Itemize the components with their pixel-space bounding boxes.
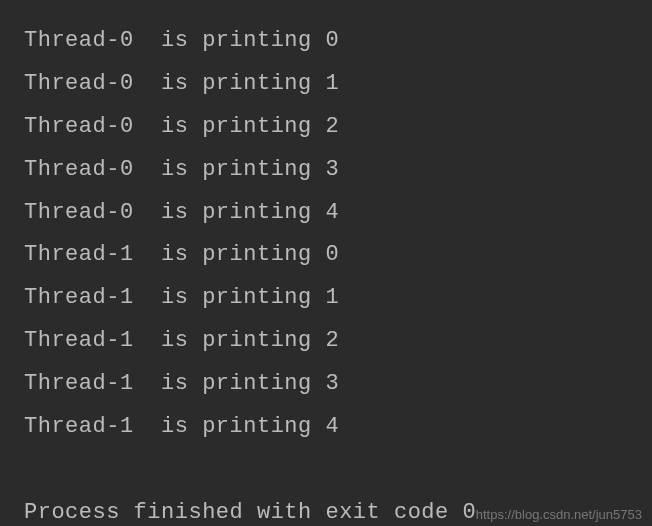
console-output: Thread-0 is printing 0 Thread-0 is print…: [24, 20, 628, 526]
output-line: Thread-1 is printing 4: [24, 406, 628, 449]
watermark: https://blog.csdn.net/jun5753: [476, 507, 642, 522]
output-line: Thread-1 is printing 3: [24, 363, 628, 406]
output-line: Thread-0 is printing 3: [24, 149, 628, 192]
blank-line: [24, 449, 628, 492]
output-line: Thread-0 is printing 1: [24, 63, 628, 106]
output-line: Thread-1 is printing 0: [24, 234, 628, 277]
output-line: Thread-0 is printing 0: [24, 20, 628, 63]
output-line: Thread-1 is printing 1: [24, 277, 628, 320]
output-line: Thread-0 is printing 2: [24, 106, 628, 149]
output-line: Thread-0 is printing 4: [24, 192, 628, 235]
output-line: Thread-1 is printing 2: [24, 320, 628, 363]
